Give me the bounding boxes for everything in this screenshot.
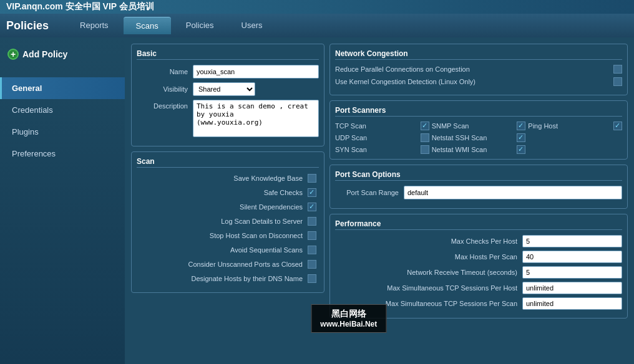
ps-udp-scan: UDP Scan xyxy=(335,133,429,142)
name-input[interactable] xyxy=(193,65,319,79)
ps-tcp-scan: TCP Scan xyxy=(335,122,429,130)
ps-check-udp[interactable] xyxy=(421,133,429,142)
scan-check-4[interactable] xyxy=(308,231,316,240)
scan-item-2: Silent Dependencies xyxy=(137,201,319,213)
banner-text: VIP.anqn.com 安全中国 VIP 会员培训 xyxy=(6,1,154,12)
ps-check-netstat-wmi[interactable] xyxy=(517,145,525,154)
visibility-row: Visibility Shared Private xyxy=(137,82,319,96)
ps-netstat-ssh: Netstat SSH Scan xyxy=(432,133,526,142)
watermark-line1: 黑白网络 xyxy=(320,309,377,320)
perf-row-3: Max Simultaneous TCP Sessions Per Host xyxy=(335,282,622,294)
perf-row-0: Max Checks Per Host xyxy=(335,235,622,247)
description-label: Description xyxy=(137,100,193,110)
nc-title: Network Congestion xyxy=(335,49,622,60)
perf-input-2[interactable] xyxy=(522,266,622,279)
pso-title: Port Scan Options xyxy=(335,170,622,181)
ps-check-netstat-ssh[interactable] xyxy=(517,133,525,142)
scan-check-1[interactable] xyxy=(308,188,316,197)
name-row: Name xyxy=(137,65,319,79)
scan-check-3[interactable] xyxy=(308,217,316,226)
ps-check-syn[interactable] xyxy=(421,145,429,154)
left-panel: Basic Name Visibility Shared Private Des… xyxy=(131,44,324,358)
scan-check-5[interactable] xyxy=(308,246,316,254)
scan-item-6: Consider Unscanned Ports as Closed xyxy=(137,259,319,270)
nav-title: Policies xyxy=(6,19,67,32)
performance-section: Performance Max Checks Per Host Max Host… xyxy=(329,214,628,318)
perf-row-1: Max Hosts Per Scan xyxy=(335,251,622,263)
port-range-row: Port Scan Range xyxy=(335,186,622,199)
perf-input-4[interactable] xyxy=(522,297,622,310)
nav-tab-reports[interactable]: Reports xyxy=(67,17,121,34)
nav-tab-policies[interactable]: Policies xyxy=(173,17,227,34)
ps-snmp-scan: SNMP Scan xyxy=(432,122,526,130)
description-input[interactable]: This is a scan demo , creat by youxia (w… xyxy=(193,100,319,137)
nc-item-1: Use Kernel Congestion Detection (Linux O… xyxy=(335,77,622,86)
watermark: 黑白网络 www.HeiBai.Net xyxy=(311,304,386,333)
scan-title: Scan xyxy=(137,157,319,168)
watermark-line2: www.HeiBai.Net xyxy=(320,320,377,328)
add-policy-button[interactable]: + Add Policy xyxy=(0,44,125,65)
scan-check-0[interactable] xyxy=(308,174,316,183)
nc-item-0: Reduce Parallel Connections on Congestio… xyxy=(335,65,622,74)
scan-item-1: Safe Checks xyxy=(137,187,319,198)
top-banner: VIP.anqn.com 安全中国 VIP 会员培训 xyxy=(0,0,634,14)
perf-input-0[interactable] xyxy=(522,235,622,247)
perf-input-1[interactable] xyxy=(522,251,622,263)
visibility-label: Visibility xyxy=(137,85,193,93)
scan-item-7: Designate Hosts by their DNS Name xyxy=(137,273,319,284)
ps-syn-scan: SYN Scan xyxy=(335,145,429,154)
scan-item-5: Avoid Sequential Scans xyxy=(137,244,319,256)
perf-title: Performance xyxy=(335,219,622,230)
nav-bar: Policies Reports Scans Policies Users xyxy=(0,14,634,37)
scan-item-0: Save Knowledge Base xyxy=(137,173,319,184)
perf-row-2: Network Receive Timeout (seconds) xyxy=(335,266,622,279)
nav-tab-scans[interactable]: Scans xyxy=(124,17,171,34)
ps-netstat-wmi: Netstat WMI Scan xyxy=(432,145,526,154)
basic-section: Basic Name Visibility Shared Private Des… xyxy=(131,44,324,146)
add-icon: + xyxy=(7,49,19,60)
sidebar: + Add Policy General Credentials Plugins… xyxy=(0,37,125,364)
ps-check-tcp[interactable] xyxy=(421,122,429,130)
ps-empty-1 xyxy=(528,133,622,142)
scan-item-3: Log Scan Details to Server xyxy=(137,216,319,227)
port-range-input[interactable] xyxy=(404,186,622,199)
basic-title: Basic xyxy=(137,49,319,60)
port-scan-options-section: Port Scan Options Port Scan Range xyxy=(329,165,628,209)
scan-section: Scan Save Knowledge Base Safe Checks Sil… xyxy=(131,151,324,293)
ps-check-ping[interactable] xyxy=(613,122,622,130)
network-congestion-section: Network Congestion Reduce Parallel Conne… xyxy=(329,44,628,95)
visibility-select[interactable]: Shared Private xyxy=(193,82,255,96)
scan-item-4: Stop Host Scan on Disconnect xyxy=(137,230,319,241)
nc-check-0[interactable] xyxy=(613,65,622,74)
scan-check-6[interactable] xyxy=(308,260,316,269)
sidebar-item-credentials[interactable]: Credentials xyxy=(0,99,125,121)
perf-input-3[interactable] xyxy=(522,282,622,294)
sidebar-item-plugins[interactable]: Plugins xyxy=(0,121,125,143)
description-row: Description This is a scan demo , creat … xyxy=(137,100,319,137)
nav-tabs: Reports Scans Policies Users xyxy=(67,17,275,34)
ps-title: Port Scanners xyxy=(335,106,622,117)
scan-check-7[interactable] xyxy=(308,274,316,283)
nav-tab-users[interactable]: Users xyxy=(229,17,275,34)
sidebar-item-general[interactable]: General xyxy=(0,77,125,99)
ps-ping-host: Ping Host xyxy=(528,122,622,130)
nc-check-1[interactable] xyxy=(613,77,622,86)
port-scanners-section: Port Scanners TCP Scan SNMP Scan Ping H xyxy=(329,100,628,160)
port-range-label: Port Scan Range xyxy=(335,189,404,196)
scan-check-2[interactable] xyxy=(308,203,316,211)
ps-check-snmp[interactable] xyxy=(517,122,525,130)
ps-empty-2 xyxy=(528,145,622,154)
sidebar-item-preferences[interactable]: Preferences xyxy=(0,143,125,165)
name-label: Name xyxy=(137,68,193,75)
add-policy-label: Add Policy xyxy=(22,49,67,59)
